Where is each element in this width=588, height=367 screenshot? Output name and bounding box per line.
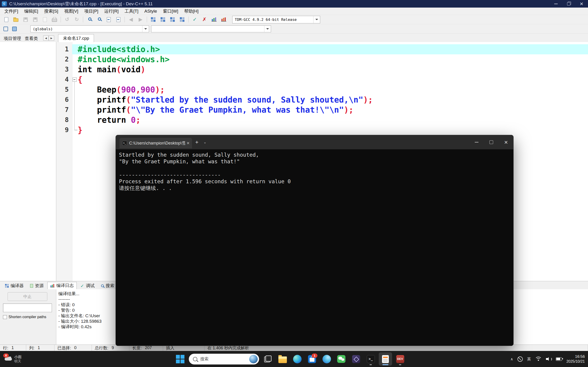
open-app-indicator xyxy=(382,364,389,365)
taskbar-task-view-button[interactable] xyxy=(261,352,275,366)
tray-overflow-button[interactable]: ∧ xyxy=(510,357,513,361)
save-button[interactable] xyxy=(21,16,30,23)
compiler-profile-select[interactable]: TDM-GCC 4.9.2 64-bit Release xyxy=(232,16,320,23)
redo-button[interactable]: ↻ xyxy=(72,16,81,23)
remove-from-project-button[interactable] xyxy=(168,16,177,23)
find-in-files-button[interactable] xyxy=(95,16,103,23)
taskbar-browser-button[interactable] xyxy=(320,352,333,366)
new-source-button[interactable] xyxy=(2,16,10,23)
bottom-tab-compile-log[interactable]: 编译日志 xyxy=(47,282,77,289)
abort-compilation-icon: ✗ xyxy=(202,17,207,22)
status-label: 列: xyxy=(29,345,35,351)
taskbar-wechat-button[interactable] xyxy=(335,352,348,366)
title-bar: C C:\Users\champion\Desktop\雪\未命名17.cpp … xyxy=(0,0,588,8)
find-button[interactable] xyxy=(85,16,94,23)
status-value: 1 xyxy=(38,345,40,350)
debug-tab-label: 调试 xyxy=(86,283,95,289)
scope-select[interactable]: (globals) xyxy=(30,25,149,32)
menu-item-8[interactable]: 窗口[W] xyxy=(160,8,181,15)
menu-item-4[interactable]: 项目[P] xyxy=(81,8,101,15)
compiler-tab-label: 编译器 xyxy=(10,283,24,289)
menu-item-5[interactable]: 运行[R] xyxy=(101,8,121,15)
menu-item-7[interactable]: AStyle xyxy=(141,8,160,15)
taskbar-store-button[interactable]: 1 xyxy=(305,352,319,366)
goto-definition-button[interactable] xyxy=(10,25,18,32)
forward-button[interactable]: ▶ xyxy=(136,16,145,23)
profile-button[interactable] xyxy=(210,16,218,23)
abort-compilation-button[interactable]: ✗ xyxy=(200,16,209,23)
undo-button[interactable]: ↺ xyxy=(63,16,71,23)
taskbar-devcpp-button[interactable]: DEV xyxy=(393,352,407,366)
taskbar-explorer-button[interactable] xyxy=(276,352,289,366)
abort-button[interactable]: 中止 xyxy=(8,292,47,301)
terminal-minimize-button[interactable] xyxy=(469,135,484,149)
taskbar-document-button[interactable] xyxy=(379,352,392,366)
restore-button[interactable] xyxy=(562,0,575,8)
checkbox-icon[interactable] xyxy=(3,315,7,319)
taskbar-search[interactable]: 搜索 xyxy=(189,354,259,365)
menu-item-0[interactable]: 文件[F] xyxy=(1,8,21,15)
print-button[interactable] xyxy=(50,16,59,23)
project-options-button[interactable] xyxy=(178,16,187,23)
terminal-tab[interactable]: >_ C:\Users\champion\Desktop\雪 ✕ xyxy=(120,138,192,148)
battery-icon[interactable] xyxy=(556,357,562,361)
replace-button[interactable] xyxy=(104,16,113,23)
volume-icon[interactable] xyxy=(546,357,552,361)
add-to-project-button[interactable] xyxy=(158,16,167,23)
file-tab-active[interactable]: 未命名17.cpp xyxy=(58,34,94,42)
profiling-analysis-button[interactable] xyxy=(219,16,228,23)
menu-item-9[interactable]: 帮助[H] xyxy=(181,8,201,15)
goto-declaration-button[interactable] xyxy=(2,25,10,32)
ime-indicator[interactable]: 英 xyxy=(527,357,531,362)
taskbar-edge-button[interactable] xyxy=(291,352,304,366)
menu-item-6[interactable]: 工具[T] xyxy=(121,8,141,15)
project-browser-panel[interactable] xyxy=(0,42,56,281)
menu-item-1[interactable]: 编辑[E] xyxy=(21,8,41,15)
syntax-check-button[interactable]: ✓ xyxy=(190,16,199,23)
back-button[interactable]: ◀ xyxy=(127,16,135,23)
menu-item-2[interactable]: 搜索[S] xyxy=(41,8,61,15)
bottom-tab-debug[interactable]: ✓调试 xyxy=(78,282,97,289)
terminal-title-bar[interactable]: >_ C:\Users\champion\Desktop\雪 ✕ + ⌄ ✕ xyxy=(116,135,513,149)
tab-scroll-left-button[interactable]: ◀ xyxy=(43,35,49,41)
code-text: printf("\"By the Graet Pumpkin, what was… xyxy=(78,105,354,115)
fold-column xyxy=(72,105,78,115)
console-window[interactable]: >_ C:\Users\champion\Desktop\雪 ✕ + ⌄ ✕ S… xyxy=(115,135,514,346)
minimize-button[interactable] xyxy=(549,0,562,8)
taskbar-viewer-button[interactable] xyxy=(349,352,363,366)
tab-scroll-right-button[interactable]: ▶ xyxy=(49,35,54,41)
bottom-tab-search[interactable]: 搜索 xyxy=(98,282,117,289)
status-segment-2: 列:1 xyxy=(26,345,54,351)
bottom-tab-resources[interactable]: 资源 xyxy=(27,282,46,289)
tab-project-manager[interactable]: 项目管理 xyxy=(1,35,24,42)
fold-marker[interactable] xyxy=(73,77,77,82)
blocked-status-icon[interactable] xyxy=(518,357,523,362)
tab-class-view[interactable]: 查看类 xyxy=(22,35,41,42)
taskbar-terminal-button[interactable]: >_ xyxy=(364,352,377,366)
close-button[interactable]: ✕ xyxy=(575,0,588,8)
terminal-maximize-button[interactable] xyxy=(484,135,499,149)
tab-dropdown-button[interactable]: ⌄ xyxy=(204,140,207,144)
member-select[interactable] xyxy=(151,25,271,32)
clock[interactable]: 16:56 2025/10/21 xyxy=(566,354,585,364)
notification-badge: 1 xyxy=(312,353,317,358)
goto-line-button[interactable] xyxy=(114,16,123,23)
terminal-output[interactable]: Startled by the sudden sound, Sally shou… xyxy=(116,149,513,346)
open-file-icon xyxy=(13,18,18,22)
back-icon: ◀ xyxy=(129,17,133,22)
close-file-button[interactable] xyxy=(40,16,49,23)
new-tab-button[interactable]: + xyxy=(195,139,199,145)
shorten-paths-option[interactable]: Shorten compiler paths xyxy=(3,315,46,319)
taskbar-start-button[interactable] xyxy=(173,352,187,366)
menu-item-3[interactable]: 视图[V] xyxy=(61,8,81,15)
browser-icon xyxy=(322,355,331,363)
terminal-tab-close-icon[interactable]: ✕ xyxy=(187,141,190,146)
open-file-button[interactable] xyxy=(11,16,20,23)
status-label: 在 1.406 秒内完成解析 xyxy=(208,345,249,351)
save-all-button[interactable] xyxy=(31,16,40,23)
weather-widget[interactable]: 8 小雨 明天 xyxy=(2,352,24,365)
new-project-button[interactable] xyxy=(149,16,157,23)
wifi-icon[interactable] xyxy=(536,357,542,361)
bottom-tab-compiler[interactable]: 编译器 xyxy=(2,282,26,289)
terminal-close-button[interactable]: ✕ xyxy=(499,135,513,149)
